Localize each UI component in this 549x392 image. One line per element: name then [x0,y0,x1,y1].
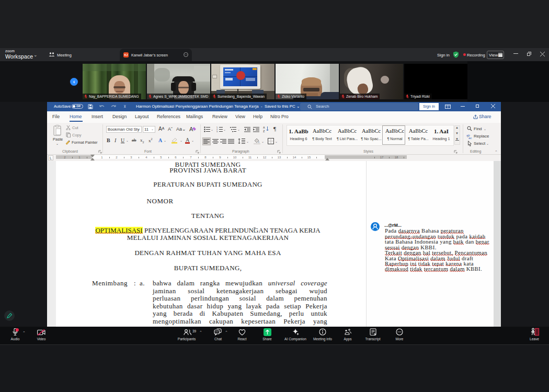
svg-text:A: A [189,126,193,132]
svg-text:Z: Z [263,130,265,133]
svg-text:3.: 3. [216,131,218,132]
svg-text:ac: ac [468,136,472,139]
svg-text:A: A [263,126,265,129]
